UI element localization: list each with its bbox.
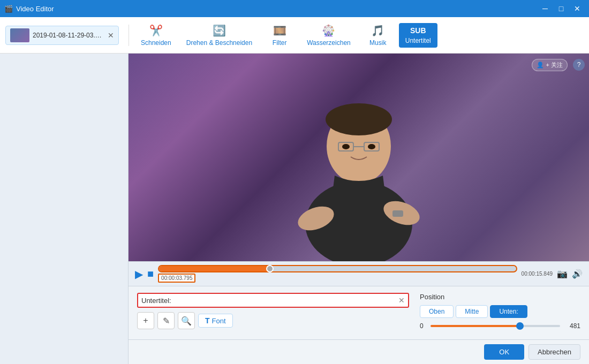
subtitle-label: Untertitel: bbox=[141, 297, 171, 305]
toolbar-filter[interactable]: 🎞️ Filter bbox=[261, 21, 298, 50]
svg-rect-11 bbox=[392, 210, 403, 217]
add-icon: + bbox=[143, 316, 148, 325]
play-button[interactable]: ▶ bbox=[135, 268, 143, 280]
musik-label: Musik bbox=[369, 39, 386, 47]
camera-button[interactable]: 📷 bbox=[557, 269, 568, 279]
video-person bbox=[252, 54, 466, 261]
wasserzeichen-icon: 🎡 bbox=[322, 24, 335, 37]
font-icon: T bbox=[205, 316, 210, 325]
search-icon: 🔍 bbox=[181, 316, 192, 326]
app-title: Video Editor bbox=[16, 5, 54, 13]
volume-button[interactable]: 🔊 bbox=[572, 269, 583, 279]
close-button[interactable]: ✕ bbox=[570, 3, 585, 14]
ok-button[interactable]: OK bbox=[484, 344, 524, 360]
edit-icon: ✎ bbox=[163, 316, 170, 326]
time-total: 00:00:15.849 bbox=[522, 271, 553, 277]
toolbar-untertitel[interactable]: SUB Untertitel bbox=[399, 23, 437, 48]
schneiden-label: Schneiden bbox=[141, 39, 171, 47]
svg-point-5 bbox=[326, 103, 392, 135]
bottom-panel: Untertitel: ✕ + ✎ 🔍 T F bbox=[129, 286, 589, 339]
subtitle-input[interactable] bbox=[176, 297, 394, 305]
help-button[interactable]: ? bbox=[573, 59, 585, 71]
timeline-progress bbox=[159, 266, 273, 271]
file-tab[interactable]: 2019-01-08-11-29-03.mp4 ✕ bbox=[5, 26, 119, 45]
svg-point-9 bbox=[342, 144, 350, 149]
app-icon: 🎬 bbox=[4, 5, 13, 13]
position-slider[interactable] bbox=[431, 325, 560, 327]
file-name: 2019-01-08-11-29-03.mp4 bbox=[33, 32, 102, 39]
font-label: Font bbox=[212, 317, 226, 325]
slider-min-label: 0 bbox=[420, 322, 426, 330]
toolbar-schneiden[interactable]: ✂️ Schneiden bbox=[134, 21, 178, 50]
subtitle-section: Untertitel: ✕ + ✎ 🔍 T F bbox=[137, 293, 409, 329]
position-buttons: Oben Mitte Unten: bbox=[420, 305, 580, 318]
tab-close-button[interactable]: ✕ bbox=[108, 31, 114, 40]
position-mitte-button[interactable]: Mitte bbox=[456, 305, 488, 318]
title-bar: 🎬 Video Editor ─ □ ✕ bbox=[0, 0, 589, 17]
edit-subtitle-button[interactable]: ✎ bbox=[157, 312, 175, 329]
subtitle-actions: + ✎ 🔍 T Font bbox=[137, 312, 409, 329]
timeline-container: 00:00:03.795 bbox=[158, 265, 517, 283]
position-title: Position bbox=[420, 293, 580, 301]
stop-button[interactable]: ■ bbox=[147, 268, 154, 280]
controls-bar: ▶ ■ 00:00:03.795 00:00:15.849 📷 🔊 bbox=[129, 261, 589, 286]
filter-label: Filter bbox=[273, 39, 287, 47]
timeline-thumb bbox=[266, 265, 274, 272]
toolbar-wasserzeichen[interactable]: 🎡 Wasserzeichen bbox=[300, 21, 357, 50]
right-panel: 👤 + 关注 ? ▶ ■ 00:00:03.79 bbox=[129, 54, 589, 364]
position-unten-button[interactable]: Unten: bbox=[490, 305, 527, 318]
position-section: Position Oben Mitte Unten: 0 481 bbox=[420, 293, 580, 330]
position-oben-button[interactable]: Oben bbox=[420, 305, 454, 318]
footer: OK Abbrechen bbox=[129, 339, 589, 364]
untertitel-label: Untertitel bbox=[405, 37, 431, 44]
wasserzeichen-label: Wasserzeichen bbox=[307, 39, 351, 47]
watch-label: + 关注 bbox=[546, 61, 563, 69]
main-area: 👤 + 关注 ? ▶ ■ 00:00:03.79 bbox=[0, 54, 589, 364]
search-subtitle-button[interactable]: 🔍 bbox=[178, 312, 195, 329]
sidebar bbox=[0, 54, 129, 364]
untertitel-icon: SUB bbox=[410, 26, 426, 35]
toolbar-separator bbox=[129, 25, 129, 46]
slider-row: 0 481 bbox=[420, 322, 580, 330]
toolbar-drehen[interactable]: 🔄 Drehen & Beschneiden bbox=[180, 21, 259, 50]
timeline-track[interactable] bbox=[158, 265, 517, 272]
video-area: 👤 + 关注 ? bbox=[129, 54, 589, 261]
time-current: 00:00:03.795 bbox=[158, 274, 195, 283]
cancel-button[interactable]: Abbrechen bbox=[528, 344, 580, 360]
toolbar-musik[interactable]: 🎵 Musik bbox=[359, 21, 397, 50]
help-icon: ? bbox=[577, 61, 581, 69]
schneiden-icon: ✂️ bbox=[149, 24, 163, 37]
watch-icon: 👤 bbox=[537, 62, 544, 69]
file-thumbnail bbox=[10, 28, 29, 42]
slider-max-label: 481 bbox=[564, 322, 580, 330]
add-subtitle-button[interactable]: + bbox=[137, 312, 154, 329]
filter-icon: 🎞️ bbox=[273, 24, 286, 37]
maximize-button[interactable]: □ bbox=[554, 3, 569, 14]
svg-point-10 bbox=[368, 144, 375, 149]
subtitle-clear-button[interactable]: ✕ bbox=[398, 296, 405, 305]
subtitle-input-row: Untertitel: ✕ bbox=[137, 293, 409, 308]
video-frame: 👤 + 关注 ? bbox=[129, 54, 589, 261]
watch-button[interactable]: 👤 + 关注 bbox=[532, 59, 568, 71]
drehen-icon: 🔄 bbox=[213, 24, 226, 37]
toolbar: 2019-01-08-11-29-03.mp4 ✕ ✂️ Schneiden 🔄… bbox=[0, 17, 589, 54]
minimize-button[interactable]: ─ bbox=[538, 3, 553, 14]
font-button[interactable]: T Font bbox=[198, 314, 233, 328]
drehen-label: Drehen & Beschneiden bbox=[186, 39, 252, 47]
musik-icon: 🎵 bbox=[371, 24, 384, 37]
